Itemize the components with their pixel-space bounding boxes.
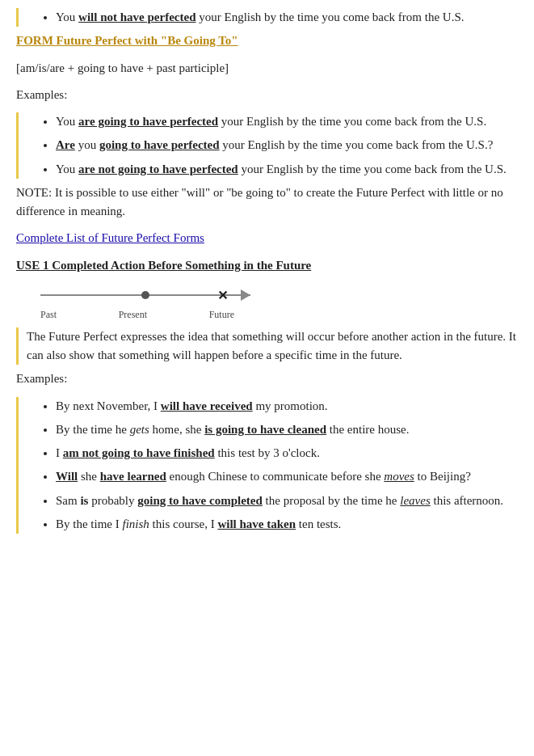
examples-text-1: Examples: [16, 86, 518, 104]
top-bullet-list: You will not have perfected your English… [27, 8, 518, 27]
have-learned: have learned [100, 470, 166, 483]
bullet-item-5: By next November, I will have received m… [56, 397, 518, 416]
form-heading-block: FORM Future Perfect with "Be Going To" [16, 32, 518, 50]
timeline-arrow [241, 289, 250, 301]
going-to-have-completed: going to have completed [137, 494, 263, 507]
examples-bullets-block: You are going to have perfected your Eng… [16, 112, 518, 179]
examples-label-1: Examples: [16, 86, 518, 104]
bullet-item-7: I am not going to have finished this tes… [56, 444, 518, 462]
form-heading-text: FORM Future Perfect with "Be Going To" [16, 34, 238, 47]
examples-label-2: Examples: [16, 370, 518, 388]
complete-list-link-text[interactable]: Complete List of Future Perfect Forms [16, 231, 204, 244]
going-to-have-perfected: going to have perfected [99, 138, 220, 151]
use1-heading-text: USE 1 Completed Action Before Something … [16, 259, 311, 272]
are-bold: Are [56, 138, 75, 151]
complete-list-block: Complete List of Future Perfect Forms [16, 229, 518, 247]
timeline-label-present: Present [119, 309, 147, 321]
moves-italic: moves [384, 470, 414, 483]
bullet-item-4: You are not going to have perfected your… [56, 160, 518, 179]
bullet-item-9: Sam is probably going to have completed … [56, 492, 518, 510]
timeline-labels: Past Present Future [40, 309, 242, 321]
bullet-item-10: By the time I finish this course, I will… [56, 515, 518, 534]
note-block: NOTE: It is possible to use either "will… [16, 184, 518, 222]
will-bold: Will [56, 470, 78, 483]
is-bold: is [80, 494, 88, 507]
bullet-item-2: You are going to have perfected your Eng… [56, 112, 518, 131]
finish-italic: finish [123, 517, 149, 530]
timeline-label-future: Future [209, 309, 234, 321]
use1-heading: USE 1 Completed Action Before Something … [16, 256, 518, 275]
description-text: The Future Perfect expresses the idea th… [27, 327, 518, 365]
description-block: The Future Perfect expresses the idea th… [16, 327, 518, 365]
timeline-diagram: ✕ Past Present Future [40, 283, 250, 321]
examples-bullet-list: You are going to have perfected your Eng… [27, 112, 518, 179]
use1-heading-block: USE 1 Completed Action Before Something … [16, 256, 518, 275]
form-heading: FORM Future Perfect with "Be Going To" [16, 32, 518, 50]
timeline-dot [141, 291, 149, 299]
top-bullet-block: You will not have perfected your English… [16, 8, 518, 27]
am-not-going-finished: am not going to have finished [63, 446, 215, 459]
timeline-x-mark: ✕ [217, 287, 228, 302]
will-have-received: will have received [161, 399, 253, 412]
examples2-bullets-block: By next November, I will have received m… [16, 397, 518, 534]
formula-block: [am/is/are + going to have + past partic… [16, 59, 518, 78]
will-not-have-perfected: will not have perfected [78, 11, 196, 23]
examples-text-2: Examples: [16, 370, 518, 388]
bullet-item-6: By the time he gets home, she is going t… [56, 420, 518, 439]
is-going-to-have-cleaned: is going to have cleaned [204, 423, 326, 436]
leaves-italic: leaves [400, 494, 430, 507]
note-text: NOTE: It is possible to use either "will… [16, 184, 518, 222]
bullet-item-3: Are you going to have perfected your Eng… [56, 136, 518, 154]
are-going-perfected: are going to have perfected [78, 115, 218, 128]
bullet-item-8: Will she have learned enough Chinese to … [56, 467, 518, 486]
gets-italic: gets [130, 423, 149, 436]
will-have-taken: will have taken [217, 517, 296, 530]
complete-list-link[interactable]: Complete List of Future Perfect Forms [16, 229, 518, 247]
formula-text: [am/is/are + going to have + past partic… [16, 59, 518, 78]
examples2-bullet-list: By next November, I will have received m… [27, 397, 518, 534]
bullet-item-1: You will not have perfected your English… [56, 8, 518, 27]
are-not-going-perfected: are not going to have perfected [78, 163, 238, 175]
timeline-line-row: ✕ [40, 283, 250, 307]
timeline-label-past: Past [40, 309, 57, 321]
